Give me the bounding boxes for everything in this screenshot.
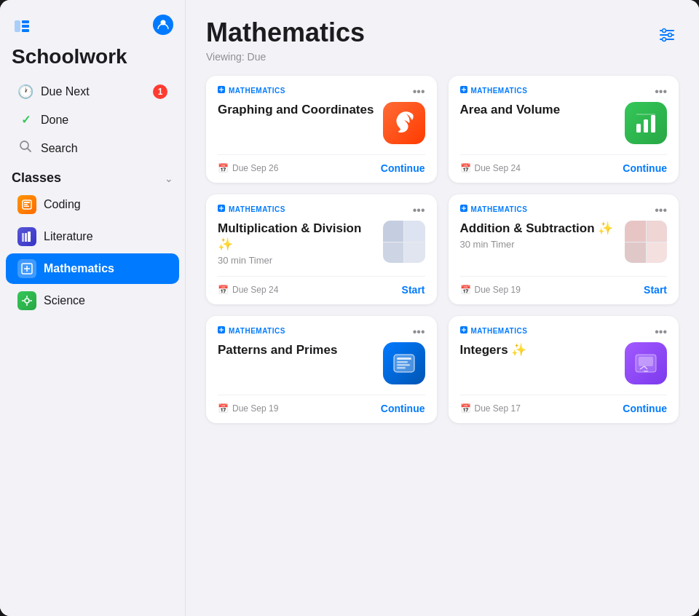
svg-rect-8 [24, 202, 30, 203]
card-patterns-action-button[interactable]: Continue [381, 403, 425, 414]
card-multiplication-top: MATHEMATICS ••• [218, 205, 425, 216]
card-multiplication-more-button[interactable]: ••• [413, 205, 425, 216]
card-area-volume-subject-row: MATHEMATICS [460, 86, 528, 95]
card-patterns-due-text: Due Sep 19 [232, 403, 278, 414]
card-graphing-more-button[interactable]: ••• [413, 86, 425, 98]
nav-search[interactable]: Search [6, 134, 179, 162]
card-patterns-subject-row: MATHEMATICS [218, 326, 285, 335]
card-addition-title: Addition & Subtraction ✨ [460, 221, 618, 237]
svg-rect-0 [15, 20, 20, 32]
card-area-volume-subject: MATHEMATICS [471, 87, 528, 95]
card-addition-top: MATHEMATICS ••• [460, 205, 668, 216]
svg-point-5 [20, 141, 28, 149]
mathematics-subject-icon [218, 86, 225, 95]
card-integers-subject: MATHEMATICS [471, 327, 528, 335]
card-integers-app-icon [625, 342, 667, 384]
card-addition-due-text: Due Sep 19 [475, 285, 521, 295]
sidebar-item-coding[interactable]: Coding [6, 189, 179, 220]
svg-rect-49 [397, 358, 411, 360]
card-patterns-title: Patterns and Primes [218, 342, 376, 358]
profile-button[interactable] [153, 15, 173, 35]
svg-point-27 [663, 38, 666, 42]
card-multiplication-due-text: Due Sep 24 [232, 285, 278, 295]
card-graphing-due: 📅 Due Sep 26 [218, 163, 278, 173]
card-patterns-more-button[interactable]: ••• [413, 326, 425, 338]
card-patterns-due: 📅 Due Sep 19 [218, 403, 278, 414]
card-graphing-due-text: Due Sep 26 [232, 163, 278, 173]
svg-rect-1 [22, 20, 29, 23]
svg-rect-9 [24, 204, 28, 205]
card-integers-subject-row: MATHEMATICS [460, 326, 528, 335]
card-addition-due: 📅 Due Sep 19 [460, 285, 521, 295]
card-patterns-app-icon [383, 342, 425, 384]
classes-chevron-icon[interactable]: ⌄ [165, 173, 173, 184]
svg-point-26 [668, 33, 672, 37]
card-patterns[interactable]: MATHEMATICS ••• Patterns and Primes [206, 316, 437, 423]
card-integers-top: MATHEMATICS ••• [460, 326, 668, 338]
card-patterns-top: MATHEMATICS ••• [218, 326, 425, 338]
sidebar-toggle-button[interactable] [12, 16, 32, 36]
card-area-volume-top: MATHEMATICS ••• [460, 86, 668, 98]
search-icon [17, 140, 33, 157]
sidebar-item-science[interactable]: Science [6, 285, 179, 316]
card-graphing-subject: MATHEMATICS [229, 87, 285, 95]
sidebar-item-mathematics[interactable]: Mathematics [6, 253, 179, 284]
filter-button[interactable] [655, 23, 679, 47]
card-multiplication-subject-row: MATHEMATICS [218, 205, 285, 213]
card-multiplication[interactable]: MATHEMATICS ••• Multiplication & Divisio… [206, 194, 437, 304]
card-area-volume-more-button[interactable]: ••• [655, 86, 667, 98]
card-integers-body: Integers ✨ [460, 342, 668, 384]
card-addition-action-button[interactable]: Start [644, 284, 667, 296]
card-graphing-top: MATHEMATICS ••• [218, 86, 425, 98]
svg-rect-12 [25, 233, 27, 242]
card-graphing[interactable]: MATHEMATICS ••• Graphing and Coordinates [206, 76, 437, 183]
card-integers[interactable]: MATHEMATICS ••• Integers ✨ [449, 316, 679, 423]
svg-rect-34 [636, 124, 641, 133]
sidebar: Schoolwork 🕐 Due Next 1 ✓ Done Search Cl… [0, 0, 186, 616]
calendar-icon-2: 📅 [460, 163, 471, 173]
sidebar-item-literature[interactable]: Literature [6, 221, 179, 252]
mathematics-subject-icon-3 [218, 205, 225, 213]
card-addition-thumbnail [625, 221, 667, 263]
nav-done-label: Done [41, 114, 68, 127]
nav-due-next[interactable]: 🕐 Due Next 1 [6, 78, 179, 106]
card-area-volume-app-icon [625, 102, 667, 144]
card-integers-title: Integers ✨ [460, 342, 618, 358]
sidebar-header [0, 15, 185, 36]
coding-class-label: Coding [44, 198, 81, 211]
card-addition-subtitle: 30 min Timer [460, 239, 618, 250]
card-graphing-subject-row: MATHEMATICS [218, 86, 285, 95]
due-next-badge: 1 [153, 84, 167, 99]
card-graphing-title: Graphing and Coordinates [218, 102, 376, 118]
card-addition-subject-row: MATHEMATICS [460, 205, 528, 213]
card-multiplication-due: 📅 Due Sep 24 [218, 285, 278, 295]
nav-search-label: Search [41, 142, 78, 155]
calendar-icon-3: 📅 [218, 285, 229, 295]
card-integers-action-button[interactable]: Continue [623, 403, 667, 414]
card-area-volume[interactable]: MATHEMATICS ••• Area and Volume [449, 76, 679, 183]
card-area-volume-action-button[interactable]: Continue [623, 162, 667, 174]
svg-rect-3 [22, 29, 29, 32]
card-multiplication-action-button[interactable]: Start [402, 284, 425, 296]
card-integers-footer: 📅 Due Sep 17 Continue [460, 395, 668, 414]
mathematics-subject-icon-2 [460, 86, 467, 95]
svg-rect-50 [397, 361, 408, 363]
calendar-icon: 📅 [218, 163, 229, 173]
viewing-label: Viewing: Due [206, 51, 679, 63]
svg-point-25 [663, 29, 666, 33]
card-graphing-action-button[interactable]: Continue [381, 162, 425, 174]
card-addition[interactable]: MATHEMATICS ••• Addition & Subtraction ✨… [449, 194, 679, 304]
card-integers-more-button[interactable]: ••• [655, 326, 667, 338]
svg-rect-36 [651, 115, 655, 133]
card-addition-text: Addition & Subtraction ✨ 30 min Timer [460, 221, 618, 250]
svg-rect-2 [22, 25, 29, 28]
card-addition-more-button[interactable]: ••• [655, 205, 667, 216]
card-patterns-subject: MATHEMATICS [229, 327, 285, 335]
main-header: Mathematics [206, 17, 679, 48]
card-graphing-footer: 📅 Due Sep 26 Continue [218, 154, 425, 174]
literature-class-icon [17, 227, 36, 246]
nav-done[interactable]: ✓ Done [6, 107, 179, 133]
card-multiplication-subtitle: 30 min Timer [218, 255, 376, 266]
card-area-volume-footer: 📅 Due Sep 24 Continue [460, 154, 668, 174]
app-title: Schoolwork [0, 39, 185, 77]
